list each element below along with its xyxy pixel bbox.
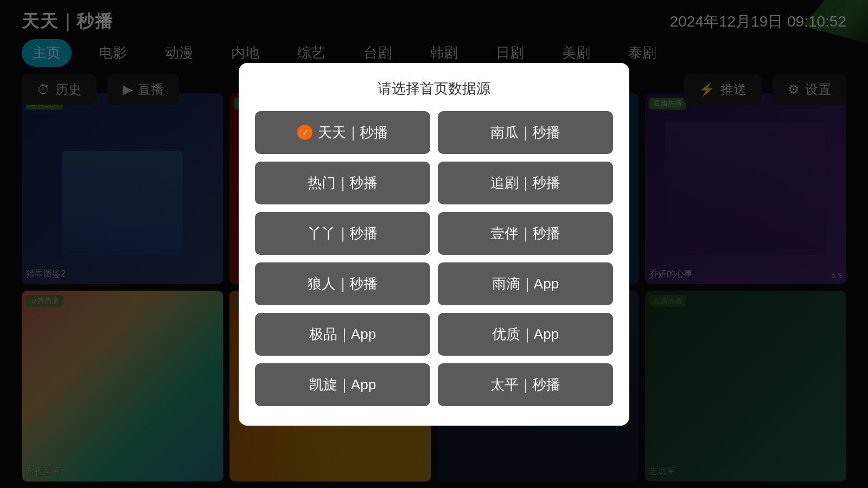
- source-grid: ✓ 天天｜秒播 南瓜｜秒播 热门｜秒播 追剧｜秒播 丫丫｜秒播 壹伴｜秒播: [255, 111, 613, 406]
- source-tiantian-button[interactable]: ✓ 天天｜秒播: [255, 111, 430, 154]
- source-zhuiju-button[interactable]: 追剧｜秒播: [438, 162, 613, 204]
- source-langren-label: 狼人｜秒播: [308, 274, 378, 293]
- source-tiantian-label: 天天｜秒播: [318, 123, 388, 142]
- source-jipin-label: 极品｜App: [309, 325, 376, 344]
- source-youzhi-label: 优质｜App: [492, 325, 559, 344]
- source-langren-button[interactable]: 狼人｜秒播: [255, 262, 430, 305]
- source-yudi-label: 雨滴｜App: [492, 274, 559, 293]
- source-yy-label: 丫丫｜秒播: [308, 224, 378, 243]
- source-youzhi-button[interactable]: 优质｜App: [438, 313, 613, 356]
- source-nangua-label: 南瓜｜秒播: [490, 123, 560, 142]
- source-yy-button[interactable]: 丫丫｜秒播: [255, 212, 430, 255]
- source-jipin-button[interactable]: 极品｜App: [255, 313, 430, 356]
- source-selector-modal: 请选择首页数据源 ✓ 天天｜秒播 南瓜｜秒播 热门｜秒播 追剧｜秒播 丫丫｜秒播: [239, 63, 629, 426]
- source-yiban-button[interactable]: 壹伴｜秒播: [438, 212, 613, 255]
- source-kaixuan-label: 凯旋｜App: [309, 375, 376, 394]
- source-kaixuan-button[interactable]: 凯旋｜App: [255, 363, 430, 406]
- source-zhuiju-label: 追剧｜秒播: [490, 174, 560, 192]
- source-hot-label: 热门｜秒播: [308, 174, 378, 192]
- source-hot-button[interactable]: 热门｜秒播: [255, 162, 430, 204]
- source-yiban-label: 壹伴｜秒播: [490, 224, 560, 243]
- modal-overlay: 请选择首页数据源 ✓ 天天｜秒播 南瓜｜秒播 热门｜秒播 追剧｜秒播 丫丫｜秒播: [0, 0, 868, 488]
- source-nangua-button[interactable]: 南瓜｜秒播: [438, 111, 613, 154]
- source-taiping-label: 太平｜秒播: [490, 375, 560, 394]
- selected-checkmark-icon: ✓: [297, 125, 312, 140]
- source-taiping-button[interactable]: 太平｜秒播: [438, 363, 613, 406]
- source-yudi-button[interactable]: 雨滴｜App: [438, 262, 613, 305]
- modal-title: 请选择首页数据源: [255, 79, 613, 98]
